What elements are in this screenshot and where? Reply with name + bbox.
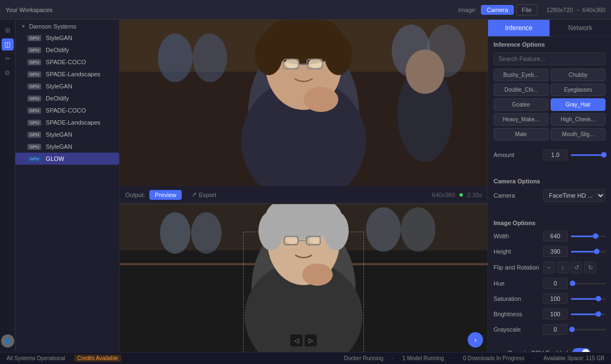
output-video-area: › ◁ ▷ [120, 204, 487, 352]
grayscale-slider[interactable] [571, 329, 606, 331]
nav-button[interactable]: › [468, 332, 483, 348]
feature-btn-bushy-eyebrows[interactable]: Bushy_Eyeb... [494, 69, 548, 81]
rotate-right-button[interactable]: ↻ [584, 261, 596, 273]
brightness-row: Brightness 100 [494, 309, 606, 320]
input-video-area [120, 20, 487, 186]
svg-point-2 [158, 33, 193, 82]
hue-row: Hue 0 [494, 278, 606, 289]
width-value: 640 [543, 231, 568, 242]
avatar[interactable]: 👤 [1, 334, 14, 348]
list-item[interactable]: GPU StyleGAN [15, 128, 119, 141]
dot-sep: · [392, 355, 394, 361]
output-bar: Output: Preview ↗ Export 640x360 2.33s [120, 186, 487, 204]
feature-btn-chubby[interactable]: Chubby [551, 69, 606, 81]
workspace-item-label: GLOW [46, 155, 64, 162]
workspace-item-label: SPADE-Landscapes [46, 71, 100, 77]
height-slider-fill [571, 251, 597, 253]
tab-inference[interactable]: Inference [488, 20, 550, 36]
list-item[interactable]: GPU SPADE-COCO [15, 56, 119, 68]
settings-icon-btn[interactable]: ⚙ [2, 67, 14, 79]
saturation-slider[interactable] [571, 298, 606, 300]
credits-badge[interactable]: Credits Available [74, 355, 121, 362]
next-icon[interactable]: › [468, 332, 483, 348]
feature-btn-male[interactable]: Male [494, 128, 548, 141]
workspace-item-label: SPADE-COCO [46, 59, 86, 65]
workspace-item-label: DeOldify [46, 47, 69, 53]
file-button[interactable]: File [516, 4, 538, 15]
camera-button[interactable]: Camera [481, 5, 513, 15]
amount-value: 1.0 [543, 149, 568, 160]
hue-label: Hue [494, 280, 543, 287]
width-slider-thumb [593, 233, 598, 239]
feature-btn-high-cheekbones[interactable]: High_Cheek... [551, 113, 606, 126]
feature-btn-goatee[interactable]: Goatee [494, 98, 548, 111]
height-label: Height [494, 248, 543, 255]
input-video-content [120, 20, 487, 186]
tab-network[interactable]: Network [550, 20, 611, 36]
list-item[interactable]: GPU SPADE-Landscapes [15, 68, 119, 80]
svg-point-23 [191, 212, 222, 254]
saturation-label: Saturation [494, 295, 543, 302]
height-slider-thumb [594, 249, 599, 254]
feature-btn-heavy-makeup[interactable]: Heavy_Make... [494, 113, 548, 126]
hue-slider-thumb [570, 281, 575, 286]
hue-slider[interactable] [571, 283, 606, 284]
hue-value: 0 [543, 278, 568, 289]
status-bar: All Systems Operational Credits Availabl… [0, 352, 611, 364]
app-header: Your Workspaces Image: Camera File 1280x… [0, 0, 611, 20]
flip-horizontal-button[interactable]: ↔ [543, 261, 555, 273]
icon-sidebar: ⊞ ◫ ✏ ⚙ 👤 [0, 20, 15, 352]
grayscale-value: 0 [543, 324, 568, 335]
flip-buttons: ↔ ↕ ↺ ↻ [543, 261, 596, 273]
list-item[interactable]: GPU StyleGAN [15, 141, 119, 153]
workspace-item-label: StyleGAN [46, 83, 72, 89]
output-meta: 640x360 2.33s [432, 192, 482, 198]
svg-point-10 [255, 33, 283, 75]
svg-point-11 [324, 33, 352, 75]
list-item[interactable]: GPU StyleGAN [15, 80, 119, 92]
layers-icon-btn[interactable]: ◫ [2, 38, 14, 51]
feature-grid: Bushy_Eyeb... Chubby Double_Chi... Eyegl… [494, 69, 606, 141]
docker-status: Docker Running [344, 355, 384, 361]
amount-label: Amount [494, 152, 543, 158]
gpu-badge: GPU [27, 108, 41, 114]
list-item[interactable]: GPU SPADE-Landscapes [15, 116, 119, 128]
feature-btn-mouth-slightly-open[interactable]: Mouth_Slig... [551, 128, 606, 141]
remote-gpu-toggle[interactable] [572, 348, 591, 352]
list-item[interactable]: GPU DeOldify [15, 92, 119, 104]
prev-frame-button[interactable]: ◁ [290, 334, 302, 346]
image-options-section: Image Options Width 640 Height 390 [488, 215, 611, 344]
gpu-badge: GPU [27, 144, 41, 150]
list-item[interactable]: GPU SPADE-COCO [15, 104, 119, 116]
input-video-frame [120, 20, 487, 186]
gpu-badge: GPU [27, 96, 41, 102]
camera-select[interactable]: FaceTime HD ... [543, 189, 606, 202]
amount-slider[interactable] [571, 154, 606, 156]
svg-point-13 [309, 59, 322, 69]
workspace-group-header[interactable]: ▼ Damson Systems [15, 20, 119, 32]
width-row: Width 640 [494, 231, 606, 242]
feature-btn-double-chin[interactable]: Double_Chi... [494, 83, 548, 96]
amount-slider-fill [571, 154, 604, 156]
brightness-slider[interactable] [571, 313, 606, 315]
height-slider[interactable] [571, 251, 606, 253]
list-item[interactable]: GPU DeOldify [15, 44, 119, 56]
rotate-left-button[interactable]: ↺ [570, 261, 582, 273]
dot-sep: · [453, 355, 455, 361]
chevron-down-icon: ▼ [21, 24, 26, 29]
list-item[interactable]: GPU StyleGAN [15, 32, 119, 44]
home-icon-btn[interactable]: ⊞ [2, 24, 14, 36]
output-label: Output: [125, 192, 145, 198]
grayscale-label: Grayscale [494, 326, 543, 333]
pen-icon-btn[interactable]: ✏ [2, 53, 14, 65]
list-item-active[interactable]: GPU GLOW [15, 153, 119, 165]
width-slider[interactable] [571, 236, 606, 237]
preview-button[interactable]: Preview [149, 190, 182, 200]
feature-btn-gray-hair[interactable]: Gray_Hair [551, 98, 606, 111]
export-button[interactable]: ↗ Export [186, 189, 222, 200]
feature-btn-eyeglasses[interactable]: Eyeglasses [551, 83, 606, 96]
flip-vertical-button[interactable]: ↕ [557, 261, 569, 273]
space-status: Available Space: 115 GB [543, 355, 604, 361]
next-frame-button[interactable]: ▷ [305, 334, 317, 346]
feature-search-input[interactable] [494, 52, 606, 65]
